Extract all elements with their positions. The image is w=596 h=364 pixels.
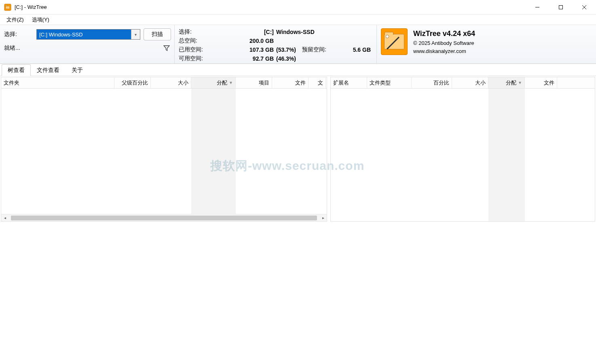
free-space-pct: (46.3%)	[274, 55, 302, 62]
filter-button[interactable]	[162, 44, 171, 53]
folder-grid-header: 文件夹 父级百分比 大小 分配▼ 项目 文件 文	[1, 77, 327, 89]
menu-options[interactable]: 选项(Y)	[28, 15, 53, 24]
menu-bar: 文件(Z) 选项(Y)	[0, 15, 596, 25]
col-files[interactable]: 文件	[272, 77, 309, 88]
tab-file-view[interactable]: 文件查看	[31, 64, 66, 76]
menu-file[interactable]: 文件(Z)	[2, 15, 28, 24]
maximize-button[interactable]	[549, 0, 573, 15]
title-bar: [C:] - WizTree	[0, 0, 596, 15]
close-button[interactable]	[573, 0, 596, 15]
disk-select-prefix: [C:]	[241, 29, 274, 35]
tab-about[interactable]: 关于	[66, 64, 89, 76]
minimize-button[interactable]	[526, 0, 549, 15]
sorted-col-bg-r	[488, 89, 525, 221]
scroll-left-icon[interactable]: ◂	[1, 214, 8, 222]
status-text: 就绪...	[4, 44, 20, 52]
extension-grid-header: 扩展名 文件类型 百分比 大小 分配▼ 文件	[331, 77, 595, 89]
about-text: WizTree v4.24 x64 © 2025 Antibody Softwa…	[413, 28, 475, 55]
used-space-value: 107.3 GB	[241, 47, 274, 53]
svg-rect-1	[6, 6, 10, 9]
scan-button[interactable]: 扫描	[144, 28, 171, 40]
col-pct[interactable]: 百分比	[412, 77, 452, 88]
toolbar-panel: 选择: [C:] Windows-SSD ▾ 扫描 就绪...	[0, 25, 175, 63]
tab-bar: 树查看 文件查看 关于	[0, 64, 596, 76]
col-folders-cut[interactable]: 文	[309, 77, 326, 88]
col-folder[interactable]: 文件夹	[1, 77, 114, 88]
total-space-value: 200.0 GB	[241, 38, 274, 44]
col-files-r[interactable]: 文件	[525, 77, 557, 88]
col-size[interactable]: 大小	[151, 77, 191, 88]
disk-info-panel: 选择: [C:] Windows-SSD 总空间: 200.0 GB 已用空间:…	[175, 25, 377, 63]
h-scrollbar[interactable]: ◂ ▸	[1, 214, 327, 221]
extension-grid: 扩展名 文件类型 百分比 大小 分配▼ 文件	[330, 77, 595, 222]
svg-rect-4	[559, 5, 563, 9]
col-parent-pct[interactable]: 父级百分比	[114, 77, 151, 88]
app-icon	[4, 4, 11, 11]
window-controls	[526, 0, 596, 15]
used-space-pct: (53.7%)	[274, 47, 302, 53]
info-panel: 选择: [C:] Windows-SSD ▾ 扫描 就绪... 选择: [C:]…	[0, 25, 596, 64]
scroll-thumb[interactable]	[11, 216, 317, 220]
total-space-label: 总空间:	[179, 37, 241, 44]
chevron-down-icon[interactable]: ▾	[131, 30, 140, 39]
reserved-space-value: 5.6 GB	[338, 47, 371, 53]
col-ext[interactable]: 扩展名	[331, 77, 367, 88]
about-panel: ✦ WizTree v4.24 x64 © 2025 Antibody Soft…	[377, 25, 596, 63]
folder-tree-grid: 文件夹 父级百分比 大小 分配▼ 项目 文件 文 ◂ ▸	[1, 77, 327, 222]
drive-combo-value: [C:] Windows-SSD	[37, 32, 85, 38]
col-items[interactable]: 项目	[236, 77, 272, 88]
sort-desc-icon: ▼	[518, 80, 522, 85]
window-title: [C:] - WizTree	[15, 4, 47, 10]
scroll-right-icon[interactable]: ▸	[319, 214, 327, 222]
col-file-type[interactable]: 文件类型	[367, 77, 412, 88]
sorted-col-bg	[191, 89, 236, 214]
free-space-value: 92.7 GB	[241, 55, 274, 62]
folder-grid-body[interactable]	[1, 89, 327, 214]
disk-select-label: 选择:	[179, 28, 241, 36]
drive-combo[interactable]: [C:] Windows-SSD ▾	[36, 29, 140, 40]
select-label: 选择:	[4, 31, 36, 38]
about-copyright: © 2025 Antibody Software	[413, 39, 475, 47]
col-size-r[interactable]: 大小	[452, 77, 488, 88]
tab-tree-view[interactable]: 树查看	[2, 64, 31, 76]
sort-desc-icon: ▼	[229, 80, 233, 85]
col-allocated[interactable]: 分配▼	[191, 77, 236, 88]
about-url: www.diskanalyzer.com	[413, 47, 475, 55]
extension-grid-body[interactable]	[331, 89, 595, 221]
about-title: WizTree v4.24 x64	[413, 28, 475, 39]
col-allocated-r[interactable]: 分配▼	[488, 77, 525, 88]
free-space-label: 可用空间:	[179, 55, 241, 62]
reserved-space-label: 预留空间:	[302, 46, 338, 53]
disk-select-value: Windows-SSD	[274, 29, 315, 35]
grids-area: 文件夹 父级百分比 大小 分配▼ 项目 文件 文 ◂ ▸ 扩展名 文件类型 百分…	[0, 76, 596, 222]
app-logo: ✦	[381, 28, 408, 55]
svg-rect-2	[6, 5, 7, 6]
used-space-label: 已用空间:	[179, 46, 241, 53]
